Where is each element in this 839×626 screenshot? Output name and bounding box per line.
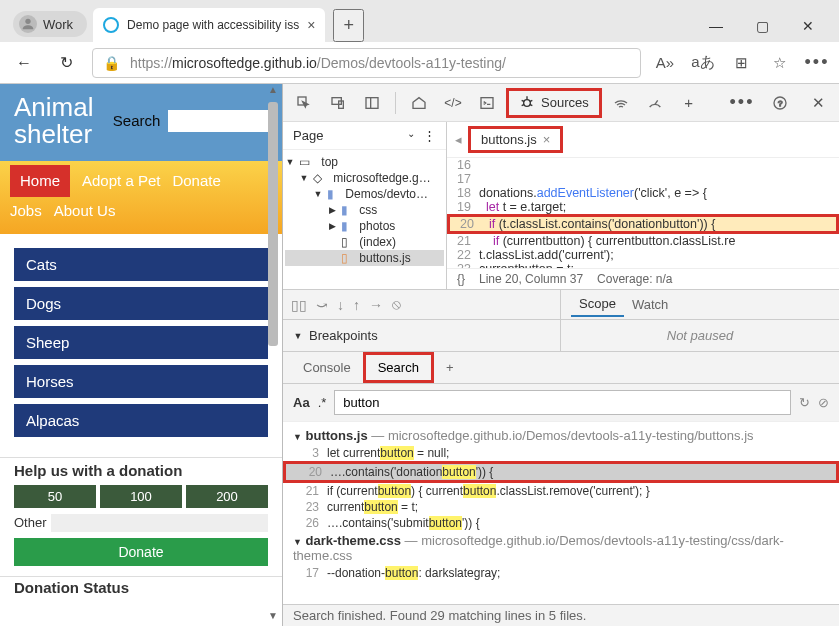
other-amount-input[interactable] [51, 514, 268, 532]
code-editor[interactable]: 16 17 18donations.addEventListener('clic… [447, 158, 839, 268]
device-icon[interactable] [323, 88, 353, 118]
inspect-icon[interactable] [289, 88, 319, 118]
tree-row[interactable]: ▼▮ Demos/devto… [285, 186, 444, 202]
close-icon[interactable]: × [307, 17, 315, 33]
result-file[interactable]: ▼ dark-theme.css — microsoftedge.github.… [283, 531, 839, 565]
breakpoints-section[interactable]: ▼ Breakpoints [283, 320, 561, 351]
performance-icon[interactable] [640, 88, 670, 118]
person-icon [19, 15, 37, 33]
svg-rect-4 [366, 97, 378, 108]
tree-row[interactable]: ▼▭ top [285, 154, 444, 170]
settings-icon[interactable]: ••• [803, 49, 831, 77]
refresh-button[interactable]: ↻ [50, 47, 82, 79]
category-button[interactable]: Dogs [14, 287, 268, 320]
network-icon[interactable] [606, 88, 636, 118]
result-line[interactable]: 23currentbutton = t; [283, 499, 839, 515]
step-into-icon[interactable]: ↓ [337, 297, 344, 313]
collections-icon[interactable]: ⊞ [727, 49, 755, 77]
translate-icon[interactable]: aあ [689, 49, 717, 77]
clear-icon[interactable]: ⊘ [818, 395, 829, 410]
browser-tab[interactable]: Demo page with accessibility iss × [93, 8, 325, 42]
welcome-icon[interactable] [404, 88, 434, 118]
tab-sources[interactable]: Sources [506, 88, 602, 118]
nav-home[interactable]: Home [10, 165, 70, 198]
nav-donate[interactable]: Donate [172, 167, 220, 196]
regex-toggle[interactable]: .* [318, 395, 327, 410]
donate-button[interactable]: Donate [14, 538, 268, 566]
tree-row[interactable]: ▯ buttons.js [285, 250, 444, 266]
deactivate-breakpoints-icon[interactable]: ⦸ [392, 296, 401, 313]
more-icon[interactable]: ⋮ [423, 128, 436, 143]
site-info-icon[interactable]: 🔒 [103, 55, 120, 71]
pause-icon[interactable]: ▯▯ [291, 297, 307, 313]
page-search-input[interactable] [168, 110, 268, 132]
favorite-icon[interactable]: ☆ [765, 49, 793, 77]
tree-row[interactable]: ▼◇ microsoftedge.g… [285, 170, 444, 186]
maximize-button[interactable]: ▢ [739, 10, 785, 42]
category-button[interactable]: Horses [14, 365, 268, 398]
tab-console[interactable]: Console [291, 355, 363, 380]
category-list: Cats Dogs Sheep Horses Alpacas [0, 234, 282, 451]
result-line[interactable]: 20….contains('donationbutton')) { [283, 461, 839, 483]
cursor-position: Line 20, Column 37 [479, 272, 583, 286]
devtools: </> Sources + ••• ? ✕ Page ⌄ [283, 84, 839, 626]
add-tab-icon[interactable]: + [674, 88, 704, 118]
category-button[interactable]: Sheep [14, 326, 268, 359]
tab-search[interactable]: Search [363, 352, 434, 383]
rendered-page: Animalshelter Search Home Adopt a Pet Do… [0, 84, 283, 626]
step-icon[interactable]: → [369, 297, 383, 313]
result-line[interactable]: 26….contains('submitbutton')) { [283, 515, 839, 531]
tree-row[interactable]: ▯ (index) [285, 234, 444, 250]
donation-amount-button[interactable]: 100 [100, 485, 182, 508]
result-line[interactable]: 21if (currentbutton) { currentbutton.cla… [283, 483, 839, 499]
svg-point-7 [524, 99, 531, 106]
url-prefix: https:// [130, 55, 172, 71]
scroll-thumb[interactable] [268, 102, 278, 346]
read-aloud-icon[interactable]: A» [651, 49, 679, 77]
back-button[interactable]: ← [8, 47, 40, 79]
result-file[interactable]: ▼ buttons.js — microsoftedge.github.io/D… [283, 426, 839, 445]
close-window-button[interactable]: ✕ [785, 10, 831, 42]
donation-heading: Help us with a donation [0, 457, 282, 485]
chevron-down-icon[interactable]: ⌄ [407, 128, 415, 143]
category-button[interactable]: Cats [14, 248, 268, 281]
tab-watch[interactable]: Watch [624, 293, 676, 316]
add-drawer-tab-icon[interactable]: + [434, 355, 466, 380]
step-out-icon[interactable]: ↑ [353, 297, 360, 313]
nav-about[interactable]: About Us [54, 197, 116, 226]
file-tab[interactable]: buttons.js × [468, 126, 563, 153]
tab-scope[interactable]: Scope [571, 292, 624, 317]
console-icon[interactable] [472, 88, 502, 118]
page-header: Animalshelter Search [0, 84, 282, 161]
help-icon[interactable]: ? [765, 88, 795, 118]
close-icon[interactable]: × [543, 132, 551, 147]
refresh-icon[interactable]: ↻ [799, 395, 810, 410]
donation-amount-button[interactable]: 50 [14, 485, 96, 508]
search-results: ▼ buttons.js — microsoftedge.github.io/D… [283, 422, 839, 604]
new-tab-button[interactable]: + [333, 9, 364, 42]
elements-icon[interactable]: </> [438, 88, 468, 118]
profile-badge[interactable]: Work [13, 11, 87, 37]
address-field[interactable]: 🔒 https://microsoftedge.github.io/Demos/… [92, 48, 641, 78]
more-icon[interactable]: ••• [727, 88, 757, 118]
minimize-button[interactable]: ― [693, 10, 739, 42]
donation-amount-button[interactable]: 200 [186, 485, 268, 508]
nav-adopt[interactable]: Adopt a Pet [82, 167, 160, 196]
panel-icon[interactable] [357, 88, 387, 118]
match-case-toggle[interactable]: Aa [293, 395, 310, 410]
search-input[interactable] [334, 390, 791, 415]
braces-icon[interactable]: {} [457, 272, 465, 286]
result-line[interactable]: 17--donation-button: darkslategray; [283, 565, 839, 581]
tree-row[interactable]: ▶▮ css [285, 202, 444, 218]
favicon-icon [103, 17, 119, 33]
result-line[interactable]: 3let currentbutton = null; [283, 445, 839, 461]
tree-row[interactable]: ▶▮ photos [285, 218, 444, 234]
close-devtools-icon[interactable]: ✕ [803, 88, 833, 118]
bug-icon [519, 95, 535, 111]
nav-jobs[interactable]: Jobs [10, 197, 42, 226]
category-button[interactable]: Alpacas [14, 404, 268, 437]
step-over-icon[interactable]: ⤻ [316, 297, 328, 313]
window-titlebar: Work Demo page with accessibility iss × … [0, 0, 839, 42]
page-scrollbar[interactable]: ▲ ▼ [266, 84, 280, 626]
chevron-left-icon[interactable]: ◂ [455, 132, 462, 147]
